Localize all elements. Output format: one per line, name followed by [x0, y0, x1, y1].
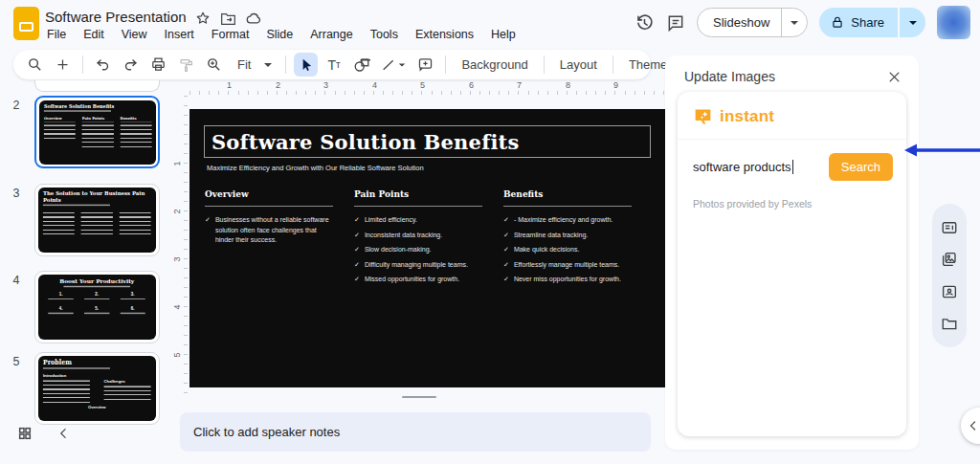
slide-column-overview[interactable]: Overview ✓Businesses without a reliable … [205, 189, 343, 290]
thumb-title: Software Solution Benefits [43, 103, 151, 108]
undo-icon[interactable] [91, 53, 115, 77]
grid-view-icon[interactable] [17, 426, 33, 441]
thumb-text-lines [43, 380, 90, 404]
ruler-number: 2 [172, 209, 182, 213]
print-icon[interactable] [146, 53, 170, 77]
check-bullet: ✓ [354, 245, 360, 255]
card-view-icon[interactable] [941, 219, 958, 236]
slide-canvas[interactable]: Software Solution Benefits Maximize Effi… [189, 109, 666, 387]
thumb-step-number: 6. [115, 306, 151, 314]
text-box-icon[interactable]: Tт [322, 53, 345, 77]
slide-thumbnail-4[interactable]: Boost Your Productivity 1. 2. 3. 4. 5. 6… [34, 271, 160, 343]
check-bullet: ✓ [205, 215, 211, 246]
menu-file[interactable]: File [44, 26, 69, 43]
slide-number: 2 [4, 99, 29, 112]
thumb-col-header: Pain Points [81, 115, 113, 122]
share-button[interactable]: Share [819, 8, 898, 37]
version-history-icon[interactable] [635, 12, 655, 33]
shape-icon[interactable] [349, 53, 373, 77]
ruler-number: 6 [469, 80, 474, 90]
zoom-fit-dropdown[interactable]: Fit [230, 57, 278, 72]
share-label: Share [851, 15, 884, 30]
image-person-icon[interactable] [941, 283, 958, 300]
folder-icon[interactable] [941, 315, 958, 332]
close-icon[interactable] [887, 70, 902, 84]
search-menus-icon[interactable] [23, 53, 47, 77]
layout-button[interactable]: Layout [552, 57, 605, 72]
paint-format-icon[interactable] [174, 53, 198, 77]
collapse-filmstrip-icon[interactable] [57, 427, 70, 440]
menu-slide[interactable]: Slide [263, 26, 296, 43]
slide-thumbnail-3[interactable]: The Solution to Your Business Pain Point… [34, 184, 160, 256]
instant-logo-text: instant [720, 107, 774, 126]
slide-thumbnail-5[interactable]: Problem Introduction Challenges Overview [34, 352, 160, 425]
menu-help[interactable]: Help [488, 26, 519, 43]
select-tool-icon[interactable] [294, 53, 318, 77]
document-title[interactable]: Software Presentation [45, 9, 187, 25]
side-rail [932, 204, 967, 347]
share-dropdown[interactable] [900, 8, 925, 37]
thumb-subtitle-line [63, 286, 130, 287]
slide-title-box[interactable]: Software Solution Benefits [204, 125, 651, 158]
slide-subtitle[interactable]: Maximize Efficiency and Growth with Our … [207, 164, 424, 172]
thumb-step-number: 1. [43, 292, 79, 299]
slide-thumbnail-2[interactable]: Software Solution Benefits Overview Pain… [34, 96, 160, 168]
slide-title: Software Solution Benefits [205, 130, 519, 154]
slide-number: 3 [4, 187, 29, 200]
line-tool-icon[interactable] [377, 53, 410, 77]
thumb-step-number: 3. [115, 292, 151, 299]
list-item: Businesses without a reliable software s… [215, 215, 335, 246]
slide-thumbnail-1-partial[interactable] [34, 80, 160, 92]
background-button[interactable]: Background [454, 57, 535, 72]
thumb-step-number: 5. [78, 306, 115, 314]
check-bullet: ✓ [354, 275, 360, 285]
thumb-title: The Solution to Your Business Pain Point… [43, 190, 151, 203]
menu-insert[interactable]: Insert [162, 26, 197, 43]
zoom-icon[interactable] [202, 53, 226, 77]
redo-icon[interactable] [119, 53, 143, 77]
slide-column-benefits[interactable]: Benefits ✓- Maximize efficiency and grow… [503, 189, 641, 290]
speaker-notes-box[interactable]: Click to add speaker notes [180, 412, 651, 452]
menu-format[interactable]: Format [209, 26, 253, 43]
horizontal-ruler: 1 2 3 4 5 6 7 8 9 [189, 82, 668, 95]
ruler-number: 1 [227, 80, 232, 90]
image-stack-icon[interactable] [941, 251, 958, 268]
ruler-number: 4 [172, 304, 182, 309]
slide-column-pain-points[interactable]: Pain Points ✓Limited efficiency. ✓Incons… [354, 189, 492, 290]
column-header: Benefits [503, 189, 641, 199]
slide-number: 4 [4, 274, 29, 287]
column-header: Overview [205, 189, 343, 199]
thumb-title: Boost Your Productivity [43, 277, 151, 284]
account-avatar[interactable] [937, 6, 970, 39]
collapse-panel-button[interactable] [961, 408, 980, 444]
menu-tools[interactable]: Tools [368, 26, 401, 43]
chevron-down-icon [264, 63, 272, 67]
comments-icon[interactable] [666, 13, 685, 33]
search-button[interactable]: Search [829, 153, 893, 181]
thumb-step-number: 4. [43, 306, 79, 314]
move-folder-icon[interactable] [220, 11, 236, 26]
cloud-status-icon[interactable] [246, 11, 263, 25]
thumb-text-lines [81, 212, 113, 236]
insert-comment-icon[interactable] [413, 53, 437, 77]
ruler-number: 9 [613, 80, 618, 90]
notes-resize-handle[interactable] [402, 396, 436, 398]
menu-view[interactable]: View [119, 26, 150, 43]
new-slide-icon[interactable] [51, 53, 75, 77]
menu-edit[interactable]: Edit [80, 26, 107, 43]
menu-arrange[interactable]: Arrange [307, 26, 355, 43]
main-toolbar: Fit Tт Background Layout Theme [13, 50, 651, 79]
slideshow-dropdown[interactable] [781, 9, 807, 36]
slides-logo[interactable] [13, 7, 39, 40]
thumb-col-header: Overview [43, 115, 75, 122]
annotation-arrow [902, 140, 980, 161]
menu-extensions[interactable]: Extensions [412, 26, 477, 43]
thumb-text-lines [120, 212, 151, 236]
column-header: Pain Points [354, 189, 492, 199]
slideshow-button[interactable]: Slideshow [698, 15, 781, 30]
list-item: - Maximize efficiency and growth. [514, 215, 612, 226]
star-icon[interactable] [195, 11, 211, 26]
image-search-input[interactable]: software products [693, 160, 793, 174]
check-bullet: ✓ [503, 275, 509, 285]
speaker-notes-placeholder: Click to add speaker notes [193, 425, 340, 439]
